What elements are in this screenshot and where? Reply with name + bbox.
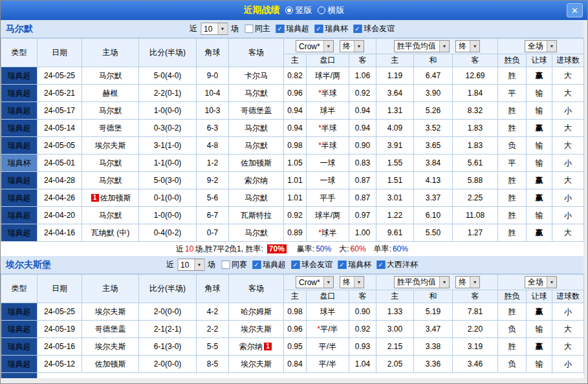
home-odds-cell: 0.98 xyxy=(284,303,307,321)
bookmaker-select[interactable]: Crow*▼ xyxy=(296,276,334,288)
col-away: 客场 xyxy=(229,39,284,67)
filter-checkbox-group: 同赛✓瑞典超✓球会友谊✓瑞典杯✓大西洋杯 xyxy=(221,259,418,270)
games-label: 场 xyxy=(231,23,239,34)
league-cell: 瑞典超 xyxy=(1,120,38,137)
filter-checkbox[interactable]: ✓球会友谊 xyxy=(353,23,395,34)
filter-checkbox[interactable]: ✓瑞典超 xyxy=(252,259,286,270)
filter-checkbox[interactable]: ✓瑞典杯 xyxy=(338,259,371,270)
match-count-value: 10 xyxy=(180,261,189,270)
radio-selected-icon xyxy=(285,6,293,14)
col-avg-draw: 和 xyxy=(414,290,453,303)
filter-checkbox[interactable]: ✓瑞典杯 xyxy=(314,23,348,34)
goals-cell: 小 xyxy=(552,189,584,207)
goals-cell: 大 xyxy=(552,172,584,189)
filter-checkbox[interactable]: 同主 xyxy=(245,23,270,34)
result-cell: 负 xyxy=(498,137,527,155)
avg-stage-value: 终 xyxy=(459,277,466,288)
team-label: 埃尔夫斯 xyxy=(241,325,272,334)
team-label: 卡尔马 xyxy=(245,71,268,80)
handicap-result-cell: 赢 xyxy=(527,338,552,356)
home-team-cell: 赫根 xyxy=(82,85,139,102)
col-handicap: 盘口 xyxy=(307,290,349,303)
handicap-cell: 一球 xyxy=(307,155,349,172)
odds-stage-select[interactable]: 终▼ xyxy=(340,276,364,288)
home-odds-cell: 0.92 xyxy=(284,207,307,224)
match-count-select[interactable]: 10▼ xyxy=(201,23,228,35)
summary-stat-label: 单率: xyxy=(374,244,391,255)
avg-away-cell: 5.88 xyxy=(453,172,498,189)
filter-checkbox[interactable]: ✓大西洋杯 xyxy=(376,259,418,270)
avg-type-select[interactable]: 胜平负均值▼ xyxy=(394,40,450,52)
asterisk-marker: * xyxy=(318,123,321,133)
date-cell: 24-04-26 xyxy=(38,189,82,207)
avg-draw-cell: 3.84 xyxy=(414,155,453,172)
filter-checkbox[interactable]: ✓球会友谊 xyxy=(291,259,332,270)
corners-cell: 10-4 xyxy=(197,85,229,102)
odds-stage-value: 终 xyxy=(343,41,351,52)
avg-stage-select[interactable]: 终▼ xyxy=(455,276,480,288)
avg-home-cell: 1.22 xyxy=(376,207,414,224)
date-cell: 24-05-05 xyxy=(38,137,82,155)
match-count-select[interactable]: 10▼ xyxy=(177,259,204,271)
match-row: 瑞典超24-05-25马尔默5-0(4-0)9-0卡尔马0.82球半/两1.06… xyxy=(1,67,584,85)
score-cell: 2-1(2-1) xyxy=(139,321,197,338)
checkbox-checked-icon: ✓ xyxy=(314,25,323,33)
filter-checkbox[interactable]: 同赛 xyxy=(221,259,247,270)
avg-home-cell: 3.00 xyxy=(376,321,414,338)
league-cell: 瑞典超 xyxy=(1,224,38,242)
date-cell: 24-05-21 xyxy=(38,85,82,102)
home-team-cell: 1佐加顿斯 xyxy=(82,189,139,207)
layout-radio-vertical[interactable]: 竖版 xyxy=(285,5,312,16)
col-goals: 进球数 xyxy=(552,54,584,67)
score-cell: 2-0(0-0) xyxy=(139,303,197,321)
away-odds-cell: 0.87 xyxy=(349,189,376,207)
avg-stage-select[interactable]: 终▼ xyxy=(455,40,480,52)
filter-checkbox-label: 瑞典超 xyxy=(286,23,309,34)
chevron-down-icon: ▼ xyxy=(323,277,333,288)
league-cell: 瑞典超 xyxy=(1,85,38,102)
avg-draw-cell: 3.37 xyxy=(414,189,453,207)
handicap-cell: 平手 xyxy=(307,189,349,207)
result-cell: 胜 xyxy=(498,189,527,207)
team-label: 哥德堡盖 xyxy=(241,106,272,115)
home-odds-cell: 0.95 xyxy=(284,338,307,356)
col-date: 日期 xyxy=(38,275,82,303)
team-label: 马尔默 xyxy=(99,71,122,80)
summary-stat-label: 赢率: xyxy=(297,244,314,255)
team-section-elfsborg: 埃尔夫斯堡 近 10▼ 场 同赛✓瑞典超✓球会友谊✓瑞典杯✓大西洋杯 类型 日期… xyxy=(1,256,583,378)
avg-home-cell: 3.91 xyxy=(376,137,414,155)
chevron-down-icon: ▼ xyxy=(439,277,449,288)
col-avg-home: 主 xyxy=(376,290,414,303)
corners-cell: 6-3 xyxy=(197,120,229,137)
avg-type-select[interactable]: 胜平负均值▼ xyxy=(394,276,450,288)
away-odds-cell: 0.97 xyxy=(349,207,376,224)
period-select[interactable]: 全场▼ xyxy=(525,40,557,52)
asterisk-marker: * xyxy=(318,141,321,150)
period-select[interactable]: 全场▼ xyxy=(525,276,557,288)
avg-group-header: 胜平负均值▼ 终▼ xyxy=(376,39,498,54)
date-cell: 24-05-17 xyxy=(38,102,82,120)
avg-away-cell: 7.81 xyxy=(453,303,498,321)
league-cell: 瑞典杯 xyxy=(1,155,38,172)
col-avg-home: 主 xyxy=(376,54,414,67)
filter-checkbox[interactable]: ✓瑞典超 xyxy=(276,23,309,34)
result-cell: 胜 xyxy=(498,338,527,356)
close-button[interactable]: ✕ xyxy=(567,3,583,17)
odds-stage-select[interactable]: 终▼ xyxy=(340,40,364,52)
handicap-cell: 球半 xyxy=(307,303,349,321)
away-odds-cell: 0.92 xyxy=(349,85,376,102)
team-label: 赫根 xyxy=(103,89,118,98)
layout-radio-horizontal[interactable]: 横版 xyxy=(318,5,345,16)
corners-cell: 2-2 xyxy=(197,321,229,338)
team-section-malmo: 马尔默 近 10▼ 场 同主✓瑞典超✓瑞典杯✓球会友谊 类型 日期 主场 xyxy=(1,20,583,256)
radio-unselected-icon xyxy=(318,6,325,14)
goals-cell: 大 xyxy=(552,137,584,155)
bookmaker-select[interactable]: Crow*▼ xyxy=(296,40,334,52)
match-row: 瑞典超24-04-28马尔默5-0(3-0)9-2索尔纳1.01一球0.871.… xyxy=(1,172,584,189)
home-team-cell: 埃尔夫斯 xyxy=(82,137,139,155)
date-cell: 24-05-16 xyxy=(38,338,82,356)
team-label: 佐加顿斯 xyxy=(241,158,272,167)
col-handicap: 盘口 xyxy=(307,54,349,67)
col-score: 比分(半场) xyxy=(139,39,197,67)
col-away: 客场 xyxy=(229,275,284,303)
